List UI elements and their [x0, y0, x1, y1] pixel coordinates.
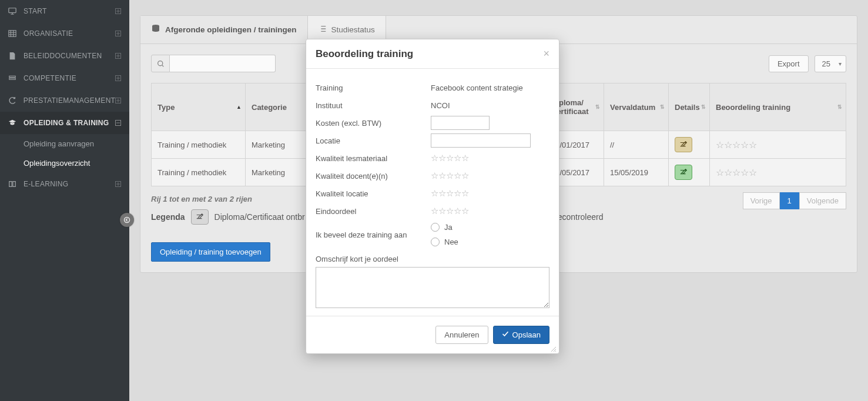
th-label: Categorie: [252, 103, 287, 112]
nav-start[interactable]: START: [0, 0, 129, 22]
cell-type: Training / methodiek: [152, 131, 246, 159]
cell-details: [669, 131, 710, 159]
collapse-sidebar-button[interactable]: [120, 213, 134, 227]
rating-stars: ☆☆☆☆☆: [716, 139, 757, 151]
th-label: Vervaldatum: [610, 103, 655, 112]
radio-label: Nee: [444, 238, 458, 246]
nav-elearning[interactable]: E-LEARNING: [0, 173, 129, 195]
nav-label: PRESTATIEMANAGEMENT: [24, 96, 116, 105]
cancel-button[interactable]: Annuleren: [435, 326, 488, 344]
tab-completed[interactable]: Afgeronde opleidingen / trainingen: [140, 16, 308, 44]
svg-point-11: [125, 218, 130, 223]
qloc-stars[interactable]: ☆☆☆☆☆: [431, 188, 469, 199]
pager: Vorige 1 Volgende: [743, 192, 846, 209]
material-stars[interactable]: ☆☆☆☆☆: [431, 153, 469, 163]
add-training-button[interactable]: Opleiding / training toevoegen: [151, 242, 270, 262]
graduation-icon: [7, 118, 18, 128]
nav-beleid[interactable]: BELEIDDOCUMENTEN: [0, 45, 129, 67]
tab-label: Afgeronde opleidingen / trainingen: [165, 25, 297, 34]
grid-icon: [7, 29, 18, 38]
th-rating[interactable]: Beoordeling training ⇅: [710, 83, 846, 131]
sort-icon: ⇅: [595, 104, 600, 110]
cell-rating[interactable]: ☆☆☆☆☆: [710, 131, 846, 159]
teacher-label: Kwaliteit docent(e)(n): [316, 172, 431, 181]
search-button[interactable]: [151, 55, 170, 72]
book-icon: [7, 179, 18, 189]
export-button[interactable]: Export: [769, 55, 809, 72]
teacher-stars[interactable]: ☆☆☆☆☆: [431, 171, 469, 181]
edit-details-icon[interactable]: [675, 137, 692, 152]
plus-icon: [115, 8, 122, 15]
save-button[interactable]: Opslaan: [493, 326, 549, 344]
th-type[interactable]: Type ▲: [152, 83, 246, 131]
th-label: Type: [157, 103, 175, 112]
plus-icon: [115, 30, 122, 37]
plus-icon: [115, 52, 122, 59]
refresh-icon: [7, 96, 18, 105]
layers-icon: [7, 73, 18, 83]
search-icon: [157, 60, 165, 68]
edit-details-icon[interactable]: [675, 165, 692, 180]
sidebar-item-label: Opleidingsoverzicht: [24, 159, 90, 168]
cost-label: Kosten (excl. BTW): [316, 119, 431, 128]
final-stars[interactable]: ☆☆☆☆☆: [431, 206, 469, 216]
search-input[interactable]: [170, 55, 276, 72]
minus-icon: [115, 119, 122, 126]
sidebar-item-label: Opleiding aanvragen: [24, 139, 94, 148]
th-label: Details: [675, 103, 700, 112]
pager-page-1[interactable]: 1: [780, 192, 799, 209]
plus-icon: [115, 75, 122, 82]
modal-header: Beoordeling training ×: [306, 39, 559, 69]
nav-label: OPLEIDING & TRAINING: [24, 119, 115, 127]
modal-title: Beoordeling training: [316, 48, 413, 60]
modal-footer: Annuleren Opslaan: [306, 316, 559, 353]
th-expires[interactable]: Vervaldatum ⇅: [604, 83, 669, 131]
radio-label: Ja: [444, 223, 453, 232]
svg-point-13: [157, 61, 162, 65]
radio-no[interactable]: Nee: [431, 238, 549, 246]
location-input[interactable]: [431, 133, 531, 148]
nav-prestatie[interactable]: PRESTATIEMANAGEMENT: [0, 89, 129, 112]
training-label: Training: [316, 83, 431, 92]
nav-organisatie[interactable]: ORGANISATIE: [0, 22, 129, 45]
nav-label: COMPETENTIE: [24, 74, 115, 82]
legend-text-2: econtroleerd: [558, 212, 604, 222]
sidebar-sub-overzicht[interactable]: Opleidingsoverzicht: [0, 153, 129, 173]
institute-value: NCOI: [431, 101, 549, 110]
rating-stars: ☆☆☆☆☆: [716, 167, 757, 178]
nav-label: ORGANISATIE: [24, 29, 115, 38]
svg-rect-0: [9, 8, 16, 13]
describe-textarea[interactable]: [316, 267, 549, 308]
page-size-value: 25: [815, 55, 846, 72]
cell-rating[interactable]: ☆☆☆☆☆: [710, 159, 846, 186]
legend-icon: [191, 209, 209, 225]
save-label: Opslaan: [512, 330, 541, 339]
page-size-select[interactable]: 25: [815, 55, 846, 72]
check-icon: [502, 330, 509, 339]
legend-text: Diploma/Certificaat ontbr: [215, 212, 305, 222]
cell-details: [669, 159, 710, 186]
resize-handle[interactable]: [551, 345, 558, 352]
radio-icon: [431, 223, 440, 232]
nav-label: E-LEARNING: [24, 180, 115, 188]
pager-next[interactable]: Volgende: [799, 192, 846, 209]
describe-label: Omschrijf kort je oordeel: [316, 255, 549, 263]
nav-label: START: [24, 7, 115, 15]
sort-icon: ⇅: [837, 104, 842, 110]
sidebar-sub-aanvragen[interactable]: Opleiding aanvragen: [0, 134, 129, 153]
plus-icon: [115, 181, 122, 188]
plus-icon: [115, 97, 122, 104]
sort-icon: ⇅: [660, 104, 665, 110]
cell-expires: 15/05/2019: [604, 159, 669, 186]
nav-opleiding[interactable]: OPLEIDING & TRAINING: [0, 112, 129, 134]
cost-input[interactable]: [431, 116, 490, 130]
material-label: Kwaliteit lesmateriaal: [316, 154, 431, 163]
pager-prev[interactable]: Vorige: [743, 192, 780, 209]
close-icon[interactable]: ×: [543, 48, 549, 60]
sort-icon: ⇅: [701, 104, 706, 110]
location-label: Locatie: [316, 136, 431, 145]
th-details[interactable]: Details ⇅: [669, 83, 710, 131]
nav-competentie[interactable]: COMPETENTIE: [0, 67, 129, 89]
radio-yes[interactable]: Ja: [431, 223, 549, 232]
document-icon: [7, 51, 18, 61]
